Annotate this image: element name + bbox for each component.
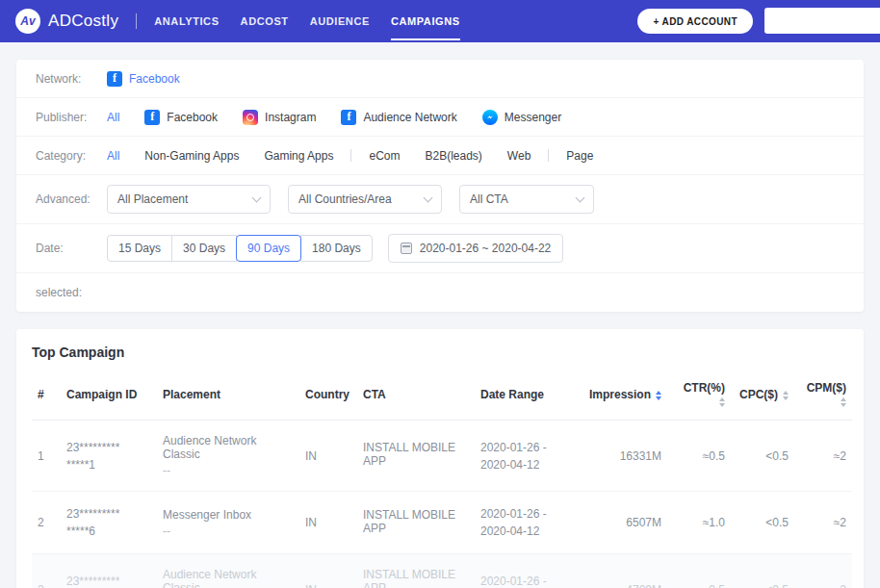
network-option-facebook[interactable]: f Facebook [107,71,180,87]
publisher-option-label: All [107,111,119,124]
publisher-option-all[interactable]: All [107,111,119,124]
col-impression-label: Impression [589,388,651,401]
cell-cpc: <0.5 [731,421,794,492]
table-header-row: # Campaign ID Placement Country CTA Date… [32,371,852,421]
publisher-option-label: Messenger [505,111,561,124]
filter-row-category: Category: All Non-Gaming Apps Gaming App… [16,137,864,175]
cell-date-range: 2020-01-26 - 2020-04-12 [475,492,575,554]
table-row[interactable]: 2 23********* *****6 Messenger Inbox -- … [32,492,852,554]
category-option-gaming-apps[interactable]: Gaming Apps [264,149,333,163]
sort-cpc-icon[interactable] [783,391,789,400]
filter-row-network: Network: f Facebook [16,60,864,98]
main-nav: ANALYTICS ADCOST AUDIENCE CAMPAIGNS [154,2,459,40]
top-campaign-panel: Top Campaign # Campaign ID Placement Cou… [16,329,864,588]
cell-campaign-id: 23********* *****6 [61,554,157,588]
cell-cpm: ≈2 [794,554,852,588]
countries-dropdown-value: All Countries/Area [298,192,392,206]
date-15-days-button[interactable]: 15 Days [107,235,172,262]
brand[interactable]: Av ADCostly [15,9,118,34]
countries-dropdown[interactable]: All Countries/Area [288,185,442,214]
cta-dropdown[interactable]: All CTA [459,185,594,214]
filter-row-advanced: Advanced: All Placement All Countries/Ar… [16,175,864,224]
category-option-page[interactable]: Page [566,149,593,163]
nav-campaigns[interactable]: CAMPAIGNS [391,2,460,40]
cell-country: IN [299,421,357,492]
col-impression: Impression [575,371,667,421]
category-label: Category: [36,149,107,163]
cell-campaign-id: 23********* *****6 [61,492,157,554]
cell-ctr: ≈0.5 [667,554,731,588]
publisher-label: Publisher: [36,111,107,124]
navbar-search-box[interactable] [764,8,880,34]
category-option-b2b-leads[interactable]: B2B(leads) [425,149,481,163]
campaign-table: # Campaign ID Placement Country CTA Date… [32,371,852,588]
category-divider [548,149,549,162]
filter-row-publisher: Publisher: All f Facebook Instagram f Au… [16,98,864,137]
col-ctr: CTR(%) [667,371,731,421]
cta-dropdown-value: All CTA [470,192,508,206]
calendar-icon [401,243,412,254]
cell-cpc: <0.5 [731,492,794,554]
publisher-option-audience-network[interactable]: f Audience Network [341,110,456,125]
col-cpc-label: CPC($) [739,388,778,401]
cta-main: INSTALL MOBILE APP [363,568,455,588]
placement-main: Audience Network Classic [163,434,256,461]
filter-row-date: Date: 15 Days 30 Days 90 Days 180 Days 2… [16,224,864,273]
adcostly-logo-icon: Av [15,9,40,34]
category-option-non-gaming-apps[interactable]: Non-Gaming Apps [144,149,239,163]
filter-row-selected: selected: [16,273,864,312]
placement-sub: -- [163,524,294,538]
category-divider [350,149,351,162]
placement-main: Audience Network Classic [163,568,256,588]
chevron-down-icon [252,193,262,203]
col-cpm-label: CPM($) [807,381,846,395]
date-180-days-button[interactable]: 180 Days [300,235,373,262]
date-label: Date: [36,242,107,255]
cell-placement: Audience Network Classic -- [157,421,299,492]
sort-impression-icon[interactable] [656,391,661,400]
placement-dropdown[interactable]: All Placement [107,185,271,214]
table-row[interactable]: 1 23********* *****1 Audience Network Cl… [32,421,852,492]
cell-country: IN [299,492,357,554]
cell-cta: INSTALL MOBILE APP -- [357,554,475,588]
publisher-option-facebook[interactable]: f Facebook [144,110,218,125]
date-90-days-button[interactable]: 90 Days [236,235,301,262]
date-30-days-button[interactable]: 30 Days [171,235,237,262]
cell-impression: 16331M [575,421,667,492]
brand-name: ADCostly [48,12,118,31]
nav-analytics[interactable]: ANALYTICS [154,2,219,40]
network-label: Network: [36,72,107,86]
cell-cpm: ≈2 [794,492,852,554]
category-option-web[interactable]: Web [507,149,531,163]
col-cpm: CPM($) [794,371,852,421]
publisher-option-instagram[interactable]: Instagram [243,110,316,125]
placement-dropdown-value: All Placement [117,192,188,206]
navbar-divider [136,13,137,29]
nav-adcost[interactable]: ADCOST [241,2,289,40]
cell-index: 2 [32,492,61,554]
cell-impression: 6507M [575,492,667,554]
category-option-all[interactable]: All [107,149,119,163]
cell-cta: INSTALL MOBILE APP [357,421,475,492]
category-option-ecom[interactable]: eCom [369,149,400,163]
top-campaign-title: Top Campaign [16,329,864,371]
sort-cpm-icon[interactable] [841,397,846,407]
sort-ctr-icon[interactable] [719,397,725,407]
col-cta: CTA [357,371,475,421]
publisher-option-label: Instagram [265,111,316,124]
date-range-input[interactable]: 2020-01-26 ~ 2020-04-22 [388,234,563,263]
add-account-button[interactable]: + ADD ACCOUNT [637,9,753,34]
publisher-option-messenger[interactable]: Messenger [482,110,561,125]
table-row[interactable]: 3 23********* *****6 Audience Network Cl… [32,554,852,588]
date-button-group: 15 Days 30 Days 90 Days 180 Days [107,235,373,262]
chevron-down-icon [424,193,433,203]
col-ctr-label: CTR(%) [684,381,725,395]
publisher-option-label: Facebook [167,111,218,124]
cell-cpc: <0.5 [731,554,794,588]
network-option-label: Facebook [129,72,180,86]
date-range-value: 2020-01-26 ~ 2020-04-22 [420,242,551,255]
navbar: Av ADCostly ANALYTICS ADCOST AUDIENCE CA… [0,0,880,42]
cell-ctr: ≈0.5 [667,421,731,492]
nav-audience[interactable]: AUDIENCE [310,2,370,40]
cell-placement: Audience Network Classic -- [157,554,299,588]
